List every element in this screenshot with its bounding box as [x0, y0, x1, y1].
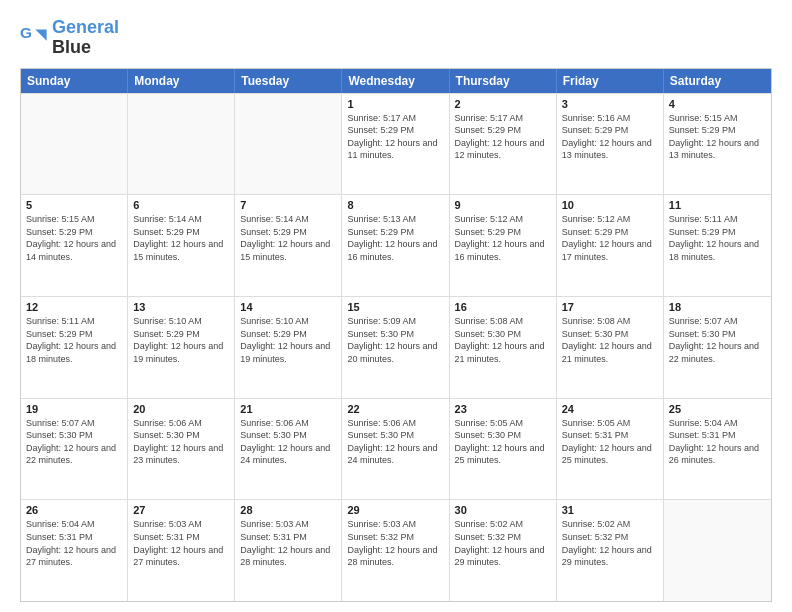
calendar-cell: 17Sunrise: 5:08 AM Sunset: 5:30 PM Dayli…	[557, 297, 664, 398]
day-number: 21	[240, 403, 336, 415]
day-info: Sunrise: 5:08 AM Sunset: 5:30 PM Dayligh…	[562, 315, 658, 365]
day-info: Sunrise: 5:16 AM Sunset: 5:29 PM Dayligh…	[562, 112, 658, 162]
logo-icon: G	[20, 24, 48, 52]
calendar-cell: 10Sunrise: 5:12 AM Sunset: 5:29 PM Dayli…	[557, 195, 664, 296]
day-info: Sunrise: 5:12 AM Sunset: 5:29 PM Dayligh…	[562, 213, 658, 263]
calendar-cell: 12Sunrise: 5:11 AM Sunset: 5:29 PM Dayli…	[21, 297, 128, 398]
day-info: Sunrise: 5:10 AM Sunset: 5:29 PM Dayligh…	[240, 315, 336, 365]
day-number: 1	[347, 98, 443, 110]
calendar-cell: 14Sunrise: 5:10 AM Sunset: 5:29 PM Dayli…	[235, 297, 342, 398]
svg-marker-1	[35, 29, 46, 40]
day-number: 2	[455, 98, 551, 110]
calendar-cell: 29Sunrise: 5:03 AM Sunset: 5:32 PM Dayli…	[342, 500, 449, 601]
day-info: Sunrise: 5:05 AM Sunset: 5:30 PM Dayligh…	[455, 417, 551, 467]
logo: G General Blue	[20, 18, 119, 58]
weekday-header: Saturday	[664, 69, 771, 93]
logo-text: General Blue	[52, 18, 119, 58]
day-info: Sunrise: 5:06 AM Sunset: 5:30 PM Dayligh…	[133, 417, 229, 467]
day-number: 16	[455, 301, 551, 313]
day-number: 30	[455, 504, 551, 516]
calendar-cell: 8Sunrise: 5:13 AM Sunset: 5:29 PM Daylig…	[342, 195, 449, 296]
day-info: Sunrise: 5:17 AM Sunset: 5:29 PM Dayligh…	[347, 112, 443, 162]
calendar-cell: 30Sunrise: 5:02 AM Sunset: 5:32 PM Dayli…	[450, 500, 557, 601]
day-number: 15	[347, 301, 443, 313]
calendar-cell: 4Sunrise: 5:15 AM Sunset: 5:29 PM Daylig…	[664, 94, 771, 195]
calendar-cell: 20Sunrise: 5:06 AM Sunset: 5:30 PM Dayli…	[128, 399, 235, 500]
header: G General Blue	[20, 18, 772, 58]
day-info: Sunrise: 5:14 AM Sunset: 5:29 PM Dayligh…	[133, 213, 229, 263]
page: G General Blue SundayMondayTuesdayWednes…	[0, 0, 792, 612]
day-info: Sunrise: 5:10 AM Sunset: 5:29 PM Dayligh…	[133, 315, 229, 365]
day-number: 17	[562, 301, 658, 313]
day-info: Sunrise: 5:09 AM Sunset: 5:30 PM Dayligh…	[347, 315, 443, 365]
weekday-header: Wednesday	[342, 69, 449, 93]
weekday-header: Thursday	[450, 69, 557, 93]
calendar-cell: 25Sunrise: 5:04 AM Sunset: 5:31 PM Dayli…	[664, 399, 771, 500]
day-info: Sunrise: 5:04 AM Sunset: 5:31 PM Dayligh…	[669, 417, 766, 467]
calendar-cell: 7Sunrise: 5:14 AM Sunset: 5:29 PM Daylig…	[235, 195, 342, 296]
day-number: 10	[562, 199, 658, 211]
day-info: Sunrise: 5:06 AM Sunset: 5:30 PM Dayligh…	[347, 417, 443, 467]
calendar-cell: 13Sunrise: 5:10 AM Sunset: 5:29 PM Dayli…	[128, 297, 235, 398]
day-number: 13	[133, 301, 229, 313]
calendar-cell: 15Sunrise: 5:09 AM Sunset: 5:30 PM Dayli…	[342, 297, 449, 398]
day-number: 8	[347, 199, 443, 211]
day-info: Sunrise: 5:03 AM Sunset: 5:32 PM Dayligh…	[347, 518, 443, 568]
day-number: 14	[240, 301, 336, 313]
day-info: Sunrise: 5:11 AM Sunset: 5:29 PM Dayligh…	[26, 315, 122, 365]
svg-text:G: G	[20, 24, 32, 41]
weekday-header: Friday	[557, 69, 664, 93]
day-number: 26	[26, 504, 122, 516]
weekday-header: Monday	[128, 69, 235, 93]
calendar-cell: 16Sunrise: 5:08 AM Sunset: 5:30 PM Dayli…	[450, 297, 557, 398]
calendar-cell	[235, 94, 342, 195]
weekday-header: Tuesday	[235, 69, 342, 93]
calendar-cell: 5Sunrise: 5:15 AM Sunset: 5:29 PM Daylig…	[21, 195, 128, 296]
day-number: 27	[133, 504, 229, 516]
calendar-cell: 3Sunrise: 5:16 AM Sunset: 5:29 PM Daylig…	[557, 94, 664, 195]
day-info: Sunrise: 5:06 AM Sunset: 5:30 PM Dayligh…	[240, 417, 336, 467]
day-info: Sunrise: 5:11 AM Sunset: 5:29 PM Dayligh…	[669, 213, 766, 263]
day-number: 23	[455, 403, 551, 415]
day-number: 11	[669, 199, 766, 211]
day-number: 24	[562, 403, 658, 415]
day-number: 7	[240, 199, 336, 211]
day-info: Sunrise: 5:12 AM Sunset: 5:29 PM Dayligh…	[455, 213, 551, 263]
calendar-cell	[664, 500, 771, 601]
calendar-cell: 9Sunrise: 5:12 AM Sunset: 5:29 PM Daylig…	[450, 195, 557, 296]
day-info: Sunrise: 5:15 AM Sunset: 5:29 PM Dayligh…	[669, 112, 766, 162]
calendar-body: 1Sunrise: 5:17 AM Sunset: 5:29 PM Daylig…	[21, 93, 771, 601]
calendar-cell: 23Sunrise: 5:05 AM Sunset: 5:30 PM Dayli…	[450, 399, 557, 500]
calendar-cell: 21Sunrise: 5:06 AM Sunset: 5:30 PM Dayli…	[235, 399, 342, 500]
day-info: Sunrise: 5:02 AM Sunset: 5:32 PM Dayligh…	[562, 518, 658, 568]
day-number: 3	[562, 98, 658, 110]
day-info: Sunrise: 5:02 AM Sunset: 5:32 PM Dayligh…	[455, 518, 551, 568]
calendar-cell: 6Sunrise: 5:14 AM Sunset: 5:29 PM Daylig…	[128, 195, 235, 296]
calendar-row: 26Sunrise: 5:04 AM Sunset: 5:31 PM Dayli…	[21, 499, 771, 601]
calendar-cell: 19Sunrise: 5:07 AM Sunset: 5:30 PM Dayli…	[21, 399, 128, 500]
weekday-header: Sunday	[21, 69, 128, 93]
day-number: 4	[669, 98, 766, 110]
calendar: SundayMondayTuesdayWednesdayThursdayFrid…	[20, 68, 772, 602]
day-info: Sunrise: 5:03 AM Sunset: 5:31 PM Dayligh…	[240, 518, 336, 568]
day-info: Sunrise: 5:05 AM Sunset: 5:31 PM Dayligh…	[562, 417, 658, 467]
day-number: 12	[26, 301, 122, 313]
day-info: Sunrise: 5:04 AM Sunset: 5:31 PM Dayligh…	[26, 518, 122, 568]
calendar-cell: 28Sunrise: 5:03 AM Sunset: 5:31 PM Dayli…	[235, 500, 342, 601]
calendar-row: 12Sunrise: 5:11 AM Sunset: 5:29 PM Dayli…	[21, 296, 771, 398]
day-info: Sunrise: 5:07 AM Sunset: 5:30 PM Dayligh…	[669, 315, 766, 365]
day-number: 31	[562, 504, 658, 516]
day-number: 6	[133, 199, 229, 211]
day-number: 19	[26, 403, 122, 415]
calendar-cell: 2Sunrise: 5:17 AM Sunset: 5:29 PM Daylig…	[450, 94, 557, 195]
day-number: 22	[347, 403, 443, 415]
day-info: Sunrise: 5:08 AM Sunset: 5:30 PM Dayligh…	[455, 315, 551, 365]
day-number: 29	[347, 504, 443, 516]
day-info: Sunrise: 5:13 AM Sunset: 5:29 PM Dayligh…	[347, 213, 443, 263]
calendar-cell: 22Sunrise: 5:06 AM Sunset: 5:30 PM Dayli…	[342, 399, 449, 500]
calendar-cell: 11Sunrise: 5:11 AM Sunset: 5:29 PM Dayli…	[664, 195, 771, 296]
calendar-cell	[128, 94, 235, 195]
day-info: Sunrise: 5:17 AM Sunset: 5:29 PM Dayligh…	[455, 112, 551, 162]
calendar-cell: 1Sunrise: 5:17 AM Sunset: 5:29 PM Daylig…	[342, 94, 449, 195]
calendar-row: 5Sunrise: 5:15 AM Sunset: 5:29 PM Daylig…	[21, 194, 771, 296]
